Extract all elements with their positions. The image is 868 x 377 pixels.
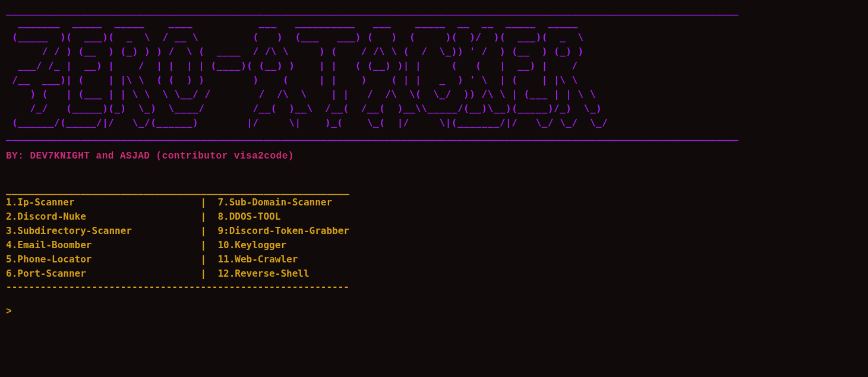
ascii-art-banner: _______ _____ _____ ____ ___ __________ … — [6, 16, 862, 130]
menu-top-divider: ________________________________________… — [6, 184, 862, 195]
byline: BY: DEV7KNIGHT and ASJAD (contributor vi… — [6, 151, 862, 162]
input-prompt[interactable]: > — [6, 306, 862, 318]
menu-row-1[interactable]: 1.Ip-Scanner | 7.Sub-Domain-Scanner — [6, 195, 862, 210]
menu-row-3[interactable]: 3.Subdirectory-Scanner | 9:Discord-Token… — [6, 224, 862, 238]
menu-row-2[interactable]: 2.Discord-Nuke | 8.DDOS-TOOL — [6, 210, 862, 224]
top-divider: ________________________________________… — [6, 5, 862, 16]
menu-row-4[interactable]: 4.Email-Boomber | 10.Keylogger — [6, 238, 862, 252]
mid-divider: ________________________________________… — [6, 130, 862, 141]
menu-row-5[interactable]: 5.Phone-Locator | 11.Web-Crawler — [6, 252, 862, 267]
menu-bottom-divider: ----------------------------------------… — [6, 281, 862, 292]
menu-row-6[interactable]: 6.Port-Scanner | 12.Reverse-Shell — [6, 267, 862, 281]
